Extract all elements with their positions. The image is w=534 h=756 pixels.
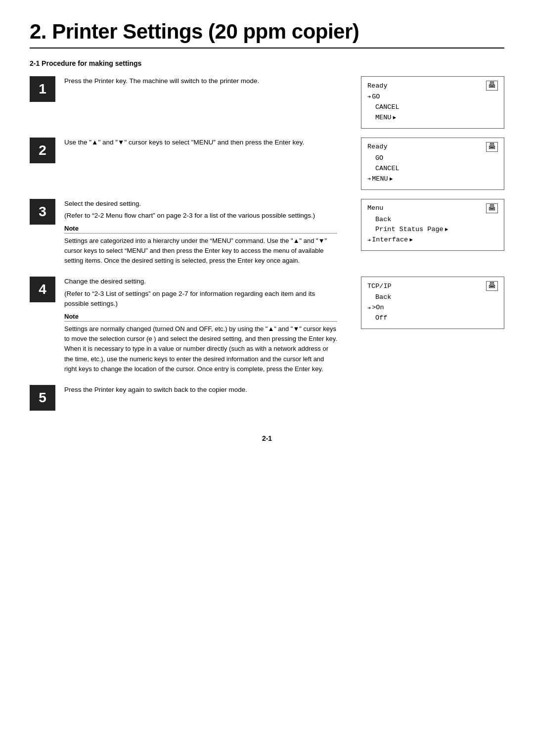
step-row-2: 2 Use the "▲" and "▼" cursor keys to sel… xyxy=(30,138,504,190)
title-divider xyxy=(30,47,504,48)
step2-lcd-line1: GO xyxy=(367,153,498,164)
step3-note-label: Note xyxy=(64,225,337,232)
step3-lcd-line3: ➔ Interface ► xyxy=(367,235,498,245)
step3-note-text: Settings are categorized into a hierarch… xyxy=(64,236,337,266)
step3-lcd-title: Menu xyxy=(367,204,383,212)
step2-lcd-title: Ready xyxy=(367,143,388,150)
step2-lcd-line3: ➔ MENU ► xyxy=(367,174,498,185)
step3-lcd-panel: Menu 🖶 Back Print Status Page ► ➔ Interf… xyxy=(346,199,504,251)
step4-lcd-line1: Back xyxy=(367,292,498,303)
step-content-5: Press the Printer key again to switch ba… xyxy=(64,385,504,397)
step1-lcd-icon: 🖶 xyxy=(486,81,498,91)
step3-line2-arrow: ► xyxy=(445,226,448,234)
step4-main-text: Change the desired setting. xyxy=(64,277,337,286)
step1-cursor1: ➔ xyxy=(367,93,371,102)
step3-cursor3: ➔ xyxy=(367,236,371,245)
step1-main-text: Press the Printer key. The machine will … xyxy=(64,76,337,86)
step4-lcd-icon: 🖶 xyxy=(486,281,498,291)
step-number-3: 3 xyxy=(30,199,55,225)
step4-lcd-line2: ➔ >On xyxy=(367,303,498,313)
step-content-3: Select the desired setting. (Refer to “2… xyxy=(64,199,337,268)
step4-lcd-line3: Off xyxy=(367,313,498,324)
step2-main-text: Use the "▲" and "▼" cursor keys to selec… xyxy=(64,138,337,147)
step4-main-text2: (Refer to “2-3 List of settings” on page… xyxy=(64,289,337,309)
step3-main-text: Select the desired setting. xyxy=(64,199,337,209)
step4-note-text: Settings are normally changed (turned ON… xyxy=(64,324,337,374)
step2-menu-arrow: ► xyxy=(390,175,393,184)
step4-note-label: Note xyxy=(64,313,337,320)
step5-main-text: Press the Printer key again to switch ba… xyxy=(64,385,504,395)
step3-line3-arrow: ► xyxy=(409,236,413,244)
step1-lcd-panel: Ready 🖶 ➔ GO CANCEL MENU ► xyxy=(346,76,504,129)
steps-container: 1 Press the Printer key. The machine wil… xyxy=(30,76,504,420)
step2-lcd: Ready 🖶 GO CANCEL ➔ MENU ► xyxy=(361,138,504,190)
step-content-1: Press the Printer key. The machine will … xyxy=(64,76,337,88)
section-title: 2-1 Procedure for making settings xyxy=(30,59,504,67)
step3-lcd-icon: 🖶 xyxy=(486,203,498,213)
step-row-4: 4 Change the desired setting. (Refer to … xyxy=(30,277,504,376)
step2-lcd-panel: Ready 🖶 GO CANCEL ➔ MENU ► xyxy=(346,138,504,190)
step4-note-divider xyxy=(64,321,337,322)
step4-lcd-panel: TCP/IP 🖶 Back ➔ >On Off xyxy=(346,277,504,329)
step2-lcd-icon: 🖶 xyxy=(486,142,498,152)
step-number-1: 1 xyxy=(30,76,55,102)
step-row-1: 1 Press the Printer key. The machine wil… xyxy=(30,76,504,129)
step4-lcd-title: TCP/IP xyxy=(367,283,392,290)
step2-lcd-line2: CANCEL xyxy=(367,164,498,174)
step1-lcd-line2: CANCEL xyxy=(367,102,498,113)
step1-lcd-line3: MENU ► xyxy=(367,113,498,123)
step-content-4: Change the desired setting. (Refer to “2… xyxy=(64,277,337,376)
step-number-2: 2 xyxy=(30,138,55,163)
step3-lcd: Menu 🖶 Back Print Status Page ► ➔ Interf… xyxy=(361,199,504,251)
step-number-4: 4 xyxy=(30,277,55,302)
page-title: 2. Printer Settings (20 ppm copier) xyxy=(30,20,504,44)
step1-menu-arrow: ► xyxy=(393,114,396,122)
step1-lcd-title: Ready xyxy=(367,82,388,90)
step3-main-text2: (Refer to “2-2 Menu flow chart” on page … xyxy=(64,211,337,221)
step-number-5: 5 xyxy=(30,385,55,411)
step-content-2: Use the "▲" and "▼" cursor keys to selec… xyxy=(64,138,337,149)
step3-lcd-line1: Back xyxy=(367,215,498,225)
step-row-3: 3 Select the desired setting. (Refer to … xyxy=(30,199,504,268)
step1-lcd: Ready 🖶 ➔ GO CANCEL MENU ► xyxy=(361,76,504,129)
step3-lcd-line2: Print Status Page ► xyxy=(367,225,498,235)
step4-lcd: TCP/IP 🖶 Back ➔ >On Off xyxy=(361,277,504,329)
page-number: 2-1 xyxy=(30,434,504,442)
step-row-5: 5 Press the Printer key again to switch … xyxy=(30,385,504,411)
step4-cursor2: ➔ xyxy=(367,304,371,313)
step2-cursor3: ➔ xyxy=(367,175,371,184)
step3-note-divider xyxy=(64,233,337,234)
step1-lcd-line1: ➔ GO xyxy=(367,92,498,102)
